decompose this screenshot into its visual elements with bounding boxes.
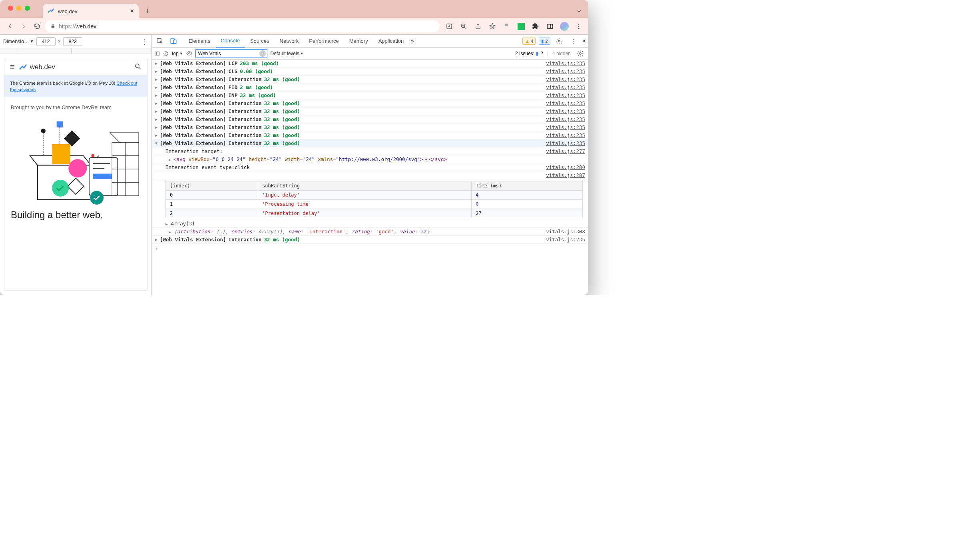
expand-icon[interactable]: ▶ xyxy=(155,61,160,66)
tab-elements[interactable]: Elements xyxy=(184,35,215,48)
console-log-row[interactable]: ▶ [Web Vitals Extension] Interaction 32 … xyxy=(152,99,588,107)
tab-console[interactable]: Console xyxy=(216,35,245,48)
console-log-row[interactable]: ▶ [Web Vitals Extension] Interaction 32 … xyxy=(152,236,588,244)
svg-element-line[interactable]: ▶<svg viewBox="0 0 24 24" height="24" wi… xyxy=(152,155,588,163)
filter-clear-button[interactable]: × xyxy=(259,50,266,57)
forward-button[interactable] xyxy=(18,20,30,32)
log-source-link[interactable]: vitals.js:277 xyxy=(546,148,585,154)
extensions-button[interactable] xyxy=(530,21,541,32)
window-close-button[interactable] xyxy=(8,6,13,11)
panel-icon[interactable] xyxy=(544,21,556,32)
log-source-link[interactable]: vitals.js:280 xyxy=(546,164,585,170)
devtools-menu-button[interactable]: ⋮ xyxy=(568,36,579,47)
menu-button[interactable]: ≡ xyxy=(10,62,15,72)
expand-icon[interactable]: ▶ xyxy=(155,69,160,74)
expand-icon[interactable]: ▶ xyxy=(155,85,160,90)
log-source-link[interactable]: vitals.js:235 xyxy=(546,140,585,146)
log-source-link[interactable]: vitals.js:235 xyxy=(546,124,585,130)
log-source-link[interactable]: vitals.js:235 xyxy=(546,68,585,74)
log-source-link[interactable]: vitals.js:308 xyxy=(546,229,585,235)
log-source-link[interactable]: vitals.js:235 xyxy=(546,92,585,98)
expand-icon[interactable]: ▶ xyxy=(155,77,160,82)
context-select[interactable]: top ▼ xyxy=(172,51,183,56)
clear-console-button[interactable] xyxy=(163,51,169,56)
console-log-row[interactable]: ▶ [Web Vitals Extension] Interaction 32 … xyxy=(152,123,588,131)
tab-close-button[interactable]: × xyxy=(130,8,134,15)
expand-icon[interactable]: ▶ xyxy=(155,237,160,242)
share-icon[interactable] xyxy=(472,21,484,32)
expand-icon[interactable]: ▶ xyxy=(155,133,160,137)
emulated-page[interactable]: ≡ web.dev The Chrome team is back at Goo… xyxy=(4,58,147,291)
log-source-link[interactable]: vitals.js:235 xyxy=(546,60,585,66)
console-log-row[interactable]: ▶ [Web Vitals Extension] INP 32 ms (good… xyxy=(152,92,588,99)
log-source-link[interactable]: vitals.js:235 xyxy=(546,76,585,82)
install-icon[interactable] xyxy=(444,21,455,32)
browser-menu-button[interactable] xyxy=(573,21,584,32)
tabs-overflow-button[interactable]: » xyxy=(409,38,415,44)
bookmark-icon[interactable] xyxy=(487,21,498,32)
height-input[interactable] xyxy=(63,37,82,46)
warning-badge[interactable]: ▲4 xyxy=(522,38,536,45)
log-source-link[interactable]: vitals.js:235 xyxy=(546,100,585,106)
console-log-row[interactable]: ▶ [Web Vitals Extension] Interaction 32 … xyxy=(152,131,588,139)
new-tab-button[interactable]: + xyxy=(142,6,153,17)
url-field[interactable]: https://web.dev xyxy=(45,20,440,32)
console-log-row[interactable]: ▶ [Web Vitals Extension] FID 2 ms (good)… xyxy=(152,84,588,92)
log-metric: CLS xyxy=(229,68,238,74)
device-toggle-icon[interactable] xyxy=(168,36,179,47)
profile-avatar[interactable] xyxy=(559,21,570,32)
array-line[interactable]: ▶ Array(3) xyxy=(152,220,588,228)
inspect-icon[interactable] xyxy=(154,36,165,47)
zoom-icon[interactable] xyxy=(458,21,469,32)
levels-select[interactable]: Default levels ▼ xyxy=(271,51,304,56)
log-source-link[interactable]: vitals.js:287 xyxy=(546,172,585,178)
tab-sources[interactable]: Sources xyxy=(245,35,274,48)
extension-icon[interactable] xyxy=(516,21,527,32)
log-source-link[interactable]: vitals.js:235 xyxy=(546,237,585,243)
console-log-row[interactable]: ▶ [Web Vitals Extension] Interaction 32 … xyxy=(152,115,588,123)
tab-application[interactable]: Application xyxy=(374,35,409,48)
device-select[interactable]: Dimensio… ▼ xyxy=(3,39,34,44)
reload-button[interactable] xyxy=(31,20,43,32)
message-badge[interactable]: ▮2 xyxy=(539,38,550,45)
hidden-count[interactable]: 4 hidden xyxy=(552,51,571,56)
devtools-close-button[interactable]: × xyxy=(582,38,586,45)
console-log-row[interactable]: ▶ [Web Vitals Extension] Interaction 32 … xyxy=(152,76,588,84)
log-source-link[interactable]: vitals.js:235 xyxy=(546,84,585,90)
expand-icon[interactable]: ▶ xyxy=(155,93,160,97)
issues-link[interactable]: 2 Issues: ▮2 xyxy=(515,51,543,56)
expand-icon[interactable]: ▶ xyxy=(155,125,160,129)
tab-memory[interactable]: Memory xyxy=(345,35,373,48)
expand-icon[interactable]: ▼ xyxy=(155,141,160,145)
object-line[interactable]: ▶ {attribution: {…}, entries: Array(1), … xyxy=(152,228,588,236)
console-log-row[interactable]: ▶ [Web Vitals Extension] LCP 203 ms (goo… xyxy=(152,60,588,68)
back-button[interactable] xyxy=(4,20,16,32)
settings-icon[interactable] xyxy=(554,36,565,47)
device-more-button[interactable]: ⋮ xyxy=(141,37,148,46)
browser-tab[interactable]: web.dev × xyxy=(43,4,139,18)
window-maximize-button[interactable] xyxy=(25,6,30,11)
width-input[interactable] xyxy=(36,37,56,46)
console-log-row[interactable]: ▶ [Web Vitals Extension] Interaction 32 … xyxy=(152,107,588,115)
expand-icon[interactable]: ▶ xyxy=(155,109,160,113)
console-log-row[interactable]: ▼ [Web Vitals Extension] Interaction 32 … xyxy=(152,139,588,147)
expand-icon[interactable]: ▶ xyxy=(155,101,160,105)
console-log-row[interactable]: ▶ [Web Vitals Extension] CLS 0.00 (good)… xyxy=(152,68,588,76)
live-expression-icon[interactable] xyxy=(186,50,192,56)
tab-performance[interactable]: Performance xyxy=(304,35,343,48)
site-logo[interactable]: web.dev xyxy=(19,63,55,72)
console-settings-icon[interactable] xyxy=(575,48,586,59)
console-sidebar-toggle[interactable] xyxy=(154,51,160,56)
log-source-link[interactable]: vitals.js:235 xyxy=(546,132,585,138)
expand-icon[interactable]: ▶ xyxy=(155,117,160,121)
console-output[interactable]: ▶ [Web Vitals Extension] LCP 203 ms (goo… xyxy=(152,60,588,295)
tabstrip-menu-button[interactable] xyxy=(576,8,582,15)
flag-icon[interactable] xyxy=(501,21,512,32)
tab-network[interactable]: Network xyxy=(275,35,304,48)
log-source-link[interactable]: vitals.js:235 xyxy=(546,116,585,122)
log-source-link[interactable]: vitals.js:235 xyxy=(546,108,585,114)
console-prompt[interactable]: › xyxy=(152,244,588,253)
window-minimize-button[interactable] xyxy=(16,6,22,11)
filter-input[interactable] xyxy=(195,49,267,58)
search-icon[interactable] xyxy=(134,63,141,72)
